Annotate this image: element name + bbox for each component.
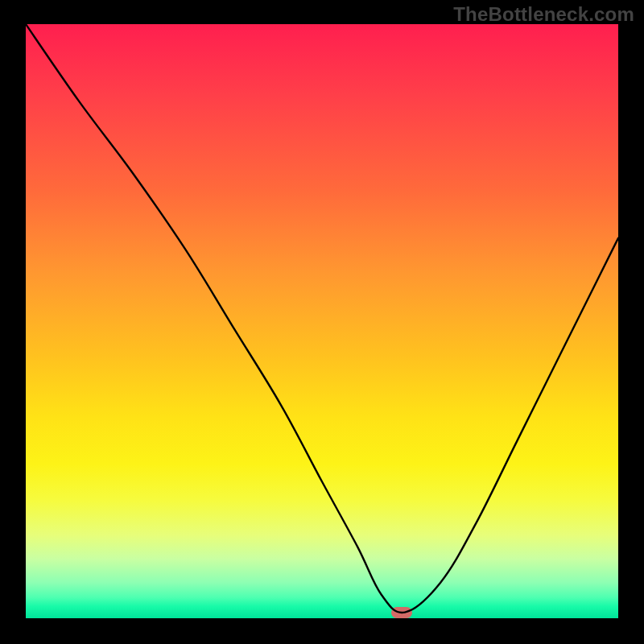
bottleneck-curve bbox=[26, 24, 618, 618]
plot-area bbox=[26, 24, 618, 618]
watermark-text: TheBottleneck.com bbox=[453, 3, 634, 26]
chart-stage: TheBottleneck.com bbox=[0, 0, 644, 644]
